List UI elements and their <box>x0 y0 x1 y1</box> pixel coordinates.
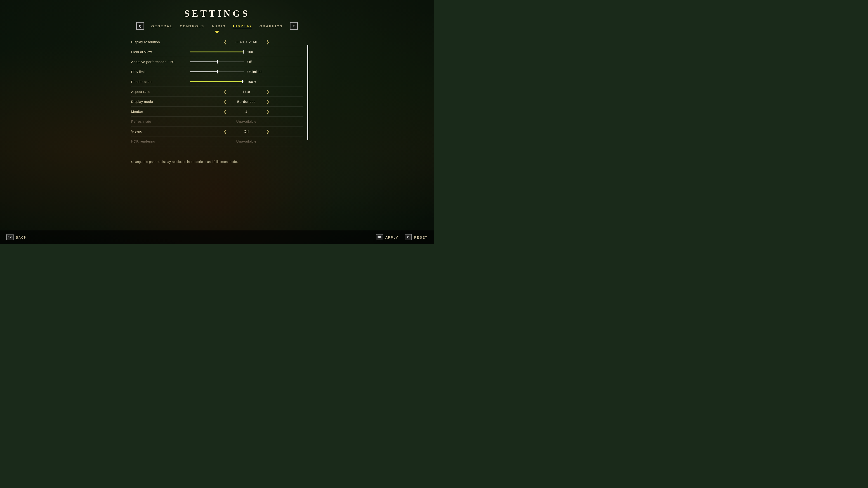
v-sync-prev[interactable]: ❮ <box>222 129 228 134</box>
tab-graphics[interactable]: GRAPHICS <box>259 23 283 29</box>
slider-thumb-fov <box>243 51 244 54</box>
back-label: Back <box>16 235 27 239</box>
tab-nav-left[interactable]: Q <box>136 22 144 30</box>
setting-label-v-sync: V-sync <box>131 129 190 133</box>
setting-control-display-resolution: ❮ 3840 X 2160 ❯ <box>190 39 303 44</box>
slider-track-fov <box>190 52 244 53</box>
fps-limit-value: Unlimited <box>247 70 263 74</box>
slider-adaptive-fps[interactable]: Off <box>190 60 303 64</box>
bottom-bar: Esc Back ⌨ Apply G Reset <box>0 230 434 244</box>
setting-description: Change the game's display resolution in … <box>131 160 303 164</box>
settings-panel: Display resolution ❮ 3840 X 2160 ❯ Field… <box>131 37 303 147</box>
fov-value: 100 <box>247 50 263 54</box>
active-tab-indicator <box>215 31 219 33</box>
setting-row-adaptive-fps: Adaptive performance FPS Off <box>131 57 303 67</box>
setting-control-v-sync: ❮ Off ❯ <box>190 129 303 134</box>
monitor-prev[interactable]: ❮ <box>222 109 228 114</box>
setting-label-field-of-view: Field of View <box>131 50 190 54</box>
setting-row-monitor: Monitor ❮ 1 ❯ <box>131 107 303 117</box>
setting-control-hdr: Unavailable <box>190 139 303 143</box>
setting-label-monitor: Monitor <box>131 109 190 113</box>
v-sync-next[interactable]: ❯ <box>265 129 270 134</box>
setting-label-hdr: HDR rendering <box>131 139 190 143</box>
tab-general[interactable]: GENERAL <box>151 23 173 29</box>
page-title: SETTINGS <box>184 8 250 19</box>
slider-fill-fov <box>190 52 244 53</box>
slider-track-render-scale <box>190 81 244 82</box>
display-resolution-next[interactable]: ❯ <box>265 39 270 44</box>
setting-row-refresh-rate: Refresh rate Unavailable <box>131 117 303 127</box>
hdr-value: Unavailable <box>230 139 262 143</box>
setting-row-hdr: HDR rendering Unavailable <box>131 136 303 147</box>
monitor-next[interactable]: ❯ <box>265 109 270 114</box>
display-resolution-prev[interactable]: ❮ <box>222 39 228 44</box>
slider-fps-limit[interactable]: Unlimited <box>190 70 303 74</box>
refresh-rate-value: Unavailable <box>230 120 262 123</box>
setting-label-aspect-ratio: Aspect ratio <box>131 90 190 94</box>
bottom-right-buttons: ⌨ Apply G Reset <box>376 234 428 240</box>
slider-fill-fps-limit <box>190 71 217 72</box>
apply-button[interactable]: ⌨ Apply <box>376 234 398 240</box>
back-button[interactable]: Esc Back <box>6 234 27 240</box>
slider-track-adaptive-fps <box>190 61 244 62</box>
setting-row-v-sync: V-sync ❮ Off ❯ <box>131 127 303 136</box>
aspect-ratio-next[interactable]: ❯ <box>265 89 270 94</box>
apply-label: Apply <box>385 235 398 239</box>
setting-row-display-mode: Display mode ❮ Borderless ❯ <box>131 97 303 107</box>
aspect-ratio-value: 16:9 <box>230 90 262 94</box>
v-sync-value: Off <box>230 129 262 133</box>
display-mode-next[interactable]: ❯ <box>265 99 270 104</box>
slider-track-fps-limit <box>190 71 244 72</box>
setting-row-aspect-ratio: Aspect ratio ❮ 16:9 ❯ <box>131 87 303 97</box>
slider-thumb-fps-limit <box>217 70 218 73</box>
render-scale-value: 100% <box>247 80 263 84</box>
setting-row-field-of-view: Field of View 100 <box>131 47 303 57</box>
slider-fill-render-scale <box>190 81 243 82</box>
slider-render-scale[interactable]: 100% <box>190 80 303 84</box>
setting-control-aspect-ratio: ❮ 16:9 ❯ <box>190 89 303 94</box>
display-mode-prev[interactable]: ❮ <box>222 99 228 104</box>
setting-label-display-mode: Display mode <box>131 100 190 103</box>
display-mode-value: Borderless <box>230 100 262 103</box>
slider-thumb-render-scale <box>242 80 243 84</box>
setting-row-display-resolution: Display resolution ❮ 3840 X 2160 ❯ <box>131 37 303 47</box>
reset-button[interactable]: G Reset <box>405 234 428 240</box>
adaptive-fps-value: Off <box>247 60 263 64</box>
tab-nav-right[interactable]: E <box>290 22 298 30</box>
setting-row-fps-limit: FPS limit Unlimited <box>131 67 303 77</box>
tab-controls[interactable]: CONTROLS <box>180 23 204 29</box>
setting-label-fps-limit: FPS limit <box>131 70 190 74</box>
display-resolution-value: 3840 X 2160 <box>230 40 262 44</box>
slider-field-of-view[interactable]: 100 <box>190 50 303 54</box>
setting-label-render-scale: Render scale <box>131 80 190 84</box>
slider-fill-adaptive-fps <box>190 61 217 62</box>
slider-thumb-adaptive-fps <box>217 60 218 64</box>
setting-label-adaptive-fps: Adaptive performance FPS <box>131 60 190 64</box>
back-key: Esc <box>6 234 13 240</box>
setting-label-refresh-rate: Refresh rate <box>131 120 190 123</box>
setting-control-display-mode: ❮ Borderless ❯ <box>190 99 303 104</box>
reset-key: G <box>405 234 412 240</box>
setting-control-refresh-rate: Unavailable <box>190 120 303 123</box>
tab-audio[interactable]: AUDIO <box>212 23 226 29</box>
reset-label: Reset <box>414 235 428 239</box>
aspect-ratio-prev[interactable]: ❮ <box>222 89 228 94</box>
tab-display[interactable]: DISPLAY <box>233 23 252 29</box>
setting-row-render-scale: Render scale 100% <box>131 77 303 87</box>
monitor-value: 1 <box>230 109 262 113</box>
tab-bar: Q GENERAL CONTROLS AUDIO DISPLAY GRAPHIC… <box>136 22 298 30</box>
apply-key: ⌨ <box>376 234 383 240</box>
setting-control-monitor: ❮ 1 ❯ <box>190 109 303 114</box>
setting-label-display-resolution: Display resolution <box>131 40 190 44</box>
